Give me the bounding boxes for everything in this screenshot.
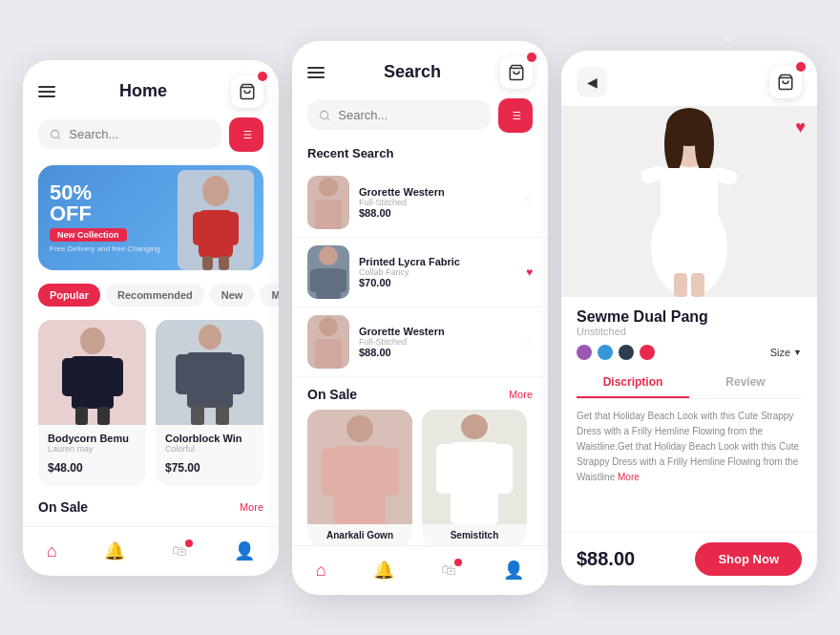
nav-notifications[interactable]: 🔔 — [104, 540, 125, 561]
product-card-2[interactable]: Colorblock Win Colorful $75.00 ♡ — [156, 320, 263, 486]
detail-header: ◀ — [561, 51, 817, 106]
result-fav-2[interactable]: ♥ — [526, 265, 533, 279]
search-result-3[interactable]: Grorette Western Full-Stitched $88.00 ♡ — [292, 307, 548, 377]
product-sub-1: Lauren may — [48, 444, 136, 454]
detail-screen: ◀ — [561, 51, 817, 585]
nav-profile[interactable]: 👤 — [234, 540, 255, 561]
svg-rect-53 — [334, 446, 386, 524]
size-button[interactable]: Size ▼ — [770, 347, 802, 358]
search-nav-bell[interactable]: 🔔 — [373, 560, 394, 581]
menu-icon[interactable] — [38, 86, 55, 97]
color-blue[interactable] — [598, 345, 613, 360]
search-filter-button[interactable] — [498, 98, 533, 133]
product-card-1[interactable]: Bodycorn Bemu Lauren may $48.00 ♡ — [38, 320, 146, 486]
svg-point-23 — [199, 325, 221, 349]
tab-review[interactable]: Review — [689, 368, 802, 398]
search-on-sale-header: On Sale More — [292, 387, 548, 402]
detail-tabs: Discription Review — [577, 368, 802, 399]
svg-rect-72 — [691, 273, 704, 297]
onsale-card-2[interactable]: Semistitch — [422, 410, 527, 546]
tab-new[interactable]: New — [210, 284, 255, 307]
tab-popular[interactable]: Popular — [38, 284, 100, 307]
nav-cart[interactable]: 🛍 — [172, 542, 187, 560]
home-search-bar — [38, 117, 263, 152]
product-like-2[interactable]: ♡ — [233, 457, 254, 478]
svg-point-44 — [319, 246, 338, 265]
search-nav-cart[interactable]: 🛍 — [441, 561, 456, 579]
cart-badge — [258, 72, 267, 81]
detail-product-sub: Unstitched — [577, 326, 802, 337]
promo-banner[interactable]: 50% OFF New Collection Free Delivery and… — [38, 165, 263, 270]
on-sale-more[interactable]: More — [240, 501, 263, 513]
svg-point-70 — [651, 198, 727, 297]
svg-rect-42 — [315, 200, 342, 229]
search-result-info-2: Printed Lycra Fabric Collab Fancy $70.00 — [359, 256, 516, 288]
onsale-card-1[interactable]: Anarkali Gown — [307, 410, 412, 546]
search-screen: Search — [292, 41, 548, 595]
detail-more-link[interactable]: More — [618, 472, 640, 482]
home-screen: Home — [23, 60, 279, 576]
result-fav-3[interactable]: ♡ — [522, 335, 533, 349]
onsale-img-1 — [307, 410, 412, 524]
nav-home[interactable]: ⌂ — [47, 541, 57, 561]
home-title: Home — [119, 81, 167, 101]
search-menu-icon[interactable] — [307, 67, 325, 78]
filter-icon — [240, 128, 253, 141]
product-like-1[interactable]: ♡ — [116, 457, 136, 478]
product-image-1 — [38, 320, 146, 425]
tab-most-viewed[interactable]: Most V — [260, 284, 279, 307]
svg-rect-13 — [202, 256, 213, 270]
search-user-icon: 👤 — [503, 560, 524, 581]
color-red[interactable] — [640, 345, 655, 360]
shop-now-button[interactable]: Shop Now — [695, 542, 802, 576]
buy-bar: $88.00 Shop Now — [561, 532, 817, 585]
home-filter-button[interactable] — [229, 117, 263, 152]
svg-rect-12 — [225, 212, 239, 245]
search-wrap[interactable] — [307, 100, 491, 130]
tab-description[interactable]: Discription — [577, 368, 689, 398]
detail-price: $88.00 — [577, 548, 635, 570]
search-cart-badge — [527, 53, 536, 62]
svg-rect-26 — [229, 354, 244, 394]
color-purple[interactable] — [577, 345, 592, 360]
search-result-1[interactable]: Grorette Western Full-Stitched $88.00 ♡ — [292, 168, 548, 238]
home-search-input[interactable] — [69, 127, 210, 141]
result-fav-1[interactable]: ♡ — [522, 196, 533, 209]
detail-product-name: Sewme Dual Pang — [577, 308, 802, 326]
search-result-img-1 — [307, 176, 349, 229]
onsale-img-2 — [422, 410, 527, 524]
home-cart-button[interactable] — [231, 75, 263, 108]
svg-rect-17 — [72, 356, 114, 409]
category-tabs: Popular Recommended New Most V — [23, 284, 279, 307]
search-nav-user[interactable]: 👤 — [503, 560, 524, 581]
onsale-label-2: Semistitch — [422, 524, 527, 546]
color-black[interactable] — [619, 345, 634, 360]
home-search-wrap[interactable] — [38, 119, 221, 149]
home-bottom-nav: ⌂ 🔔 🛍 👤 — [23, 526, 279, 576]
detail-body: Sewme Dual Pang Unstitched Size ▼ Discri… — [561, 297, 817, 506]
search-nav-home[interactable]: ⌂ — [316, 561, 326, 581]
svg-point-52 — [346, 415, 373, 442]
search-input[interactable] — [338, 108, 479, 122]
svg-rect-50 — [315, 339, 342, 369]
svg-point-16 — [80, 328, 105, 354]
svg-rect-18 — [62, 358, 76, 396]
result-name-2: Printed Lycra Fabric — [359, 256, 516, 267]
result-price-2: $70.00 — [359, 277, 516, 288]
home-topbar: Home — [23, 60, 279, 117]
search-result-2[interactable]: Printed Lycra Fabric Collab Fancy $70.00… — [292, 238, 548, 307]
search-cart-button[interactable] — [500, 56, 533, 89]
search-on-sale-more[interactable]: More — [509, 389, 533, 400]
product-image-2 — [156, 320, 263, 425]
product-price-1: $48.00 — [48, 461, 83, 475]
back-button[interactable]: ◀ — [577, 67, 607, 97]
detail-like-button[interactable]: ♥ — [795, 117, 806, 138]
svg-rect-27 — [191, 406, 204, 425]
product-price-2: $75.00 — [165, 461, 200, 475]
detail-cart-badge — [796, 62, 806, 72]
tab-recommended[interactable]: Recommended — [106, 284, 204, 307]
search-icon — [50, 128, 61, 141]
detail-cart-button[interactable] — [769, 66, 802, 98]
svg-rect-47 — [337, 269, 346, 292]
color-size-row: Size ▼ — [577, 345, 802, 360]
